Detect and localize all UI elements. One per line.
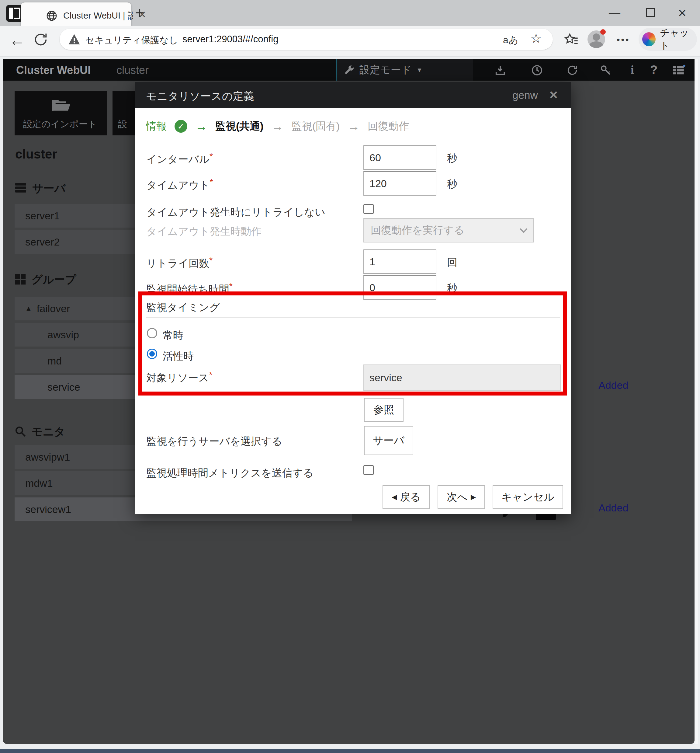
export-config-button-partial[interactable]: 設: [112, 91, 137, 135]
no-retry-checkbox[interactable]: [363, 204, 374, 214]
wait-time-input[interactable]: [363, 275, 437, 300]
grid-icon: [15, 273, 26, 286]
back-arrow-icon: ◀: [392, 493, 397, 501]
copilot-icon: [642, 32, 656, 46]
window-minimize-button[interactable]: —: [609, 5, 620, 20]
refresh-sync-icon[interactable]: [566, 64, 578, 77]
sidebar-item-label: server1: [25, 210, 59, 222]
cancel-button[interactable]: キャンセル: [493, 485, 563, 509]
window-maximize-button[interactable]: [646, 8, 655, 17]
info-icon[interactable]: i: [631, 63, 634, 77]
page-viewport: Cluster WebUI cluster 設定モード ▼ i: [3, 59, 695, 744]
clock-icon[interactable]: [531, 64, 543, 77]
globe-icon: [45, 10, 58, 23]
app-header: Cluster WebUI cluster 設定モード ▼ i: [3, 59, 695, 81]
monitor-resource-dialog: モニタリソースの定義 genw × 情報 ✓ → 監視(共通) → 監視(固有)…: [135, 82, 571, 514]
browser-toolbar: ← セキュリティ保護なし server1:29003/#/config aあ ☆: [0, 26, 700, 56]
window-close-button[interactable]: ×: [678, 5, 686, 20]
chevron-down-icon: ▼: [416, 67, 422, 73]
key-icon[interactable]: [600, 64, 612, 77]
timeout-label: タイムアウト*: [146, 177, 213, 192]
sidebar-item-label: awsvip: [47, 329, 79, 341]
sidebar-item-label: service: [47, 381, 80, 393]
retry-count-unit: 回: [447, 256, 457, 270]
section-servers: サーバ: [15, 181, 65, 196]
interval-label: インターバル*: [146, 152, 213, 166]
next-button[interactable]: 次へ ▶: [438, 485, 485, 509]
required-asterisk: *: [209, 370, 212, 380]
browser-window: Cluster WebUI | 設定モード × + — × ← セキュリティ保護…: [0, 0, 700, 753]
server-select-button[interactable]: サーバ: [364, 426, 413, 455]
config-mode-dropdown[interactable]: 設定モード ▼: [336, 59, 473, 81]
step-done-check-icon: ✓: [175, 120, 187, 133]
cancel-button-label: キャンセル: [502, 490, 554, 504]
back-icon[interactable]: ←: [9, 31, 25, 49]
wait-time-label: 監視開始待ち時間*: [146, 281, 232, 296]
sidebar-item-label: server2: [25, 236, 59, 248]
favorite-star-icon[interactable]: ☆: [530, 32, 542, 45]
step-info[interactable]: 情報: [146, 119, 167, 133]
sidebar-item-label: mdw1: [25, 477, 53, 489]
timing-active-radio[interactable]: [147, 349, 157, 359]
timing-always-label: 常時: [163, 328, 183, 342]
next-button-label: 次へ: [447, 490, 468, 504]
import-config-button[interactable]: 設定のインポート: [15, 91, 108, 135]
section-groups-label: グループ: [32, 272, 76, 287]
refresh-icon[interactable]: [33, 32, 49, 49]
retry-count-label: リトライ回数*: [146, 256, 212, 270]
label-text: タイムアウト: [146, 179, 210, 191]
mode-label: 設定モード: [359, 63, 412, 77]
interval-input[interactable]: [363, 145, 437, 170]
copilot-chat-button[interactable]: チャット: [639, 28, 697, 51]
sidebar-item-label: awsvipw1: [25, 451, 70, 463]
step-monitor-specific[interactable]: 監視(固有): [292, 119, 340, 133]
tab-title: Cluster WebUI | 設定モード: [63, 10, 133, 22]
required-asterisk: *: [209, 152, 213, 161]
copilot-label: チャット: [660, 27, 697, 52]
metrics-checkbox[interactable]: [363, 465, 374, 475]
step-monitor-common[interactable]: 監視(共通): [215, 119, 263, 133]
back-button[interactable]: ◀ 戻る: [382, 485, 430, 509]
app-cluster-name: cluster: [117, 64, 149, 77]
collapse-arrow-icon[interactable]: ▲: [25, 305, 32, 312]
browse-button[interactable]: 参照: [364, 398, 404, 422]
timeout-input[interactable]: [363, 171, 437, 195]
status-added-servicew1[interactable]: Added: [599, 502, 628, 514]
page-title: cluster: [15, 147, 57, 162]
timing-always-radio[interactable]: [147, 328, 157, 338]
profile-notification-dot: [600, 29, 606, 35]
help-icon[interactable]: ?: [650, 63, 658, 77]
section-divider: [146, 317, 560, 318]
retry-count-input[interactable]: [363, 250, 437, 274]
status-added-service[interactable]: Added: [599, 380, 628, 391]
wrench-icon: [344, 64, 355, 75]
step-recovery[interactable]: 回復動作: [368, 119, 409, 133]
list-menu-icon[interactable]: [672, 64, 685, 77]
section-monitors-label: モニタ: [32, 425, 65, 439]
more-menu-icon[interactable]: •••: [617, 35, 630, 45]
address-bar[interactable]: セキュリティ保護なし server1:29003/#/config aあ ☆: [59, 29, 553, 50]
label-text: リトライ回数: [146, 258, 209, 269]
download-icon[interactable]: [494, 64, 506, 77]
new-tab-button[interactable]: +: [135, 4, 144, 21]
server-button-label: サーバ: [373, 434, 404, 448]
required-asterisk: *: [209, 256, 212, 265]
browser-tab[interactable]: Cluster WebUI | 設定モード ×: [21, 2, 131, 26]
server-icon: [15, 183, 27, 195]
translate-icon[interactable]: aあ: [503, 33, 518, 47]
label-text: インターバル: [146, 153, 209, 165]
timeout-action-label: タイムアウト発生時動作: [146, 225, 262, 239]
interval-unit: 秒: [447, 152, 457, 166]
target-resource-input: [363, 364, 561, 391]
favorites-list-icon[interactable]: [563, 32, 579, 49]
timeout-unit: 秒: [447, 177, 457, 191]
next-arrow-icon: ▶: [471, 493, 476, 501]
avatar-head: [592, 33, 600, 41]
no-retry-label: タイムアウト発生時にリトライしない: [146, 205, 325, 219]
timing-section-title: 監視タイミング: [146, 301, 220, 315]
browse-button-label: 参照: [373, 403, 394, 417]
back-button-label: 戻る: [400, 490, 421, 504]
page-scrollbar[interactable]: [695, 59, 698, 744]
app-brand: Cluster WebUI: [16, 64, 90, 77]
close-icon[interactable]: ×: [549, 87, 558, 102]
